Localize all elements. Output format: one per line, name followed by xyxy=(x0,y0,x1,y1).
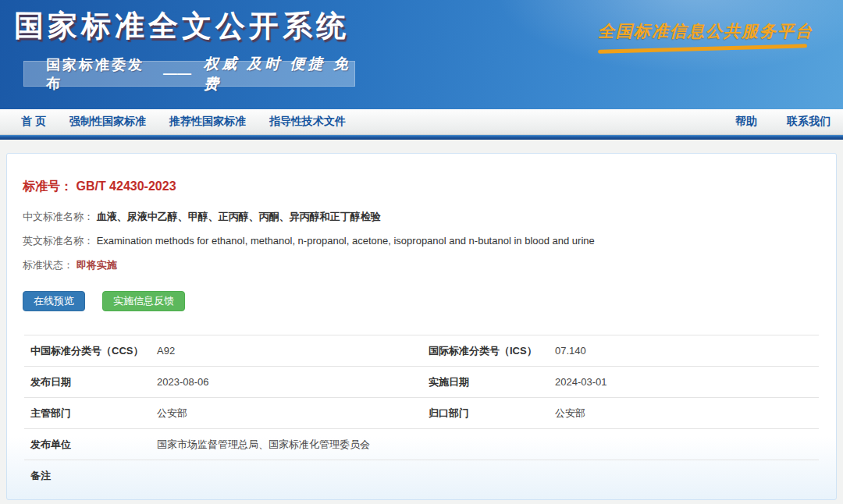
standard-number-value: GB/T 42430-2023 xyxy=(76,179,176,193)
remarks-label: 备注 xyxy=(24,469,157,483)
ics-value: 07.140 xyxy=(555,345,819,357)
platform-underline-stroke xyxy=(598,44,807,53)
site-title: 国家标准全文公开系统 xyxy=(14,6,350,46)
online-preview-button[interactable]: 在线预览 xyxy=(23,291,85,311)
publisher-label: 发布单位 xyxy=(24,438,157,452)
standard-number-label: 标准号： xyxy=(23,179,73,193)
platform-logo[interactable]: 全国标准信息公共服务平台 xyxy=(598,20,813,51)
site-header: 国家标准全文公开系统 国家标准委发布 —— 权威 及时 便捷 免费 全国标准信息… xyxy=(0,0,843,109)
cn-name-value: 血液、尿液中乙醇、甲醇、正丙醇、丙酮、异丙醇和正丁醇检验 xyxy=(97,211,381,222)
implement-date-value: 2024-03-01 xyxy=(555,376,819,388)
table-row-remarks: 备注 xyxy=(24,460,819,491)
platform-name: 全国标准信息公共服务平台 xyxy=(598,20,813,42)
en-name-label: 英文标准名称： xyxy=(23,235,94,247)
implementation-feedback-button[interactable]: 实施信息反馈 xyxy=(102,291,185,311)
status-line: 标准状态： 即将实施 xyxy=(23,259,836,271)
page-body: 标准号： GB/T 42430-2023 中文标准名称： 血液、尿液中乙醇、甲醇… xyxy=(0,140,843,500)
subtitle-publisher: 国家标准委发布 xyxy=(46,55,151,93)
nav-item-recommended-standards[interactable]: 推荐性国家标准 xyxy=(169,115,246,129)
centralized-dept-label: 归口部门 xyxy=(422,406,555,421)
subtitle-dash: —— xyxy=(163,66,191,82)
standard-number-line: 标准号： GB/T 42430-2023 xyxy=(23,179,836,195)
implement-date-label: 实施日期 xyxy=(422,375,555,389)
table-row-classification: 中国标准分类号（CCS） A92 国际标准分类号（ICS） 07.140 xyxy=(24,335,819,366)
publisher-value: 国家市场监督管理总局、国家标准化管理委员会 xyxy=(157,438,819,452)
ccs-label: 中国标准分类号（CCS） xyxy=(24,344,157,358)
table-row-publisher: 发布单位 国家市场监督管理总局、国家标准化管理委员会 xyxy=(24,428,819,460)
detail-table: 中国标准分类号（CCS） A92 国际标准分类号（ICS） 07.140 发布日… xyxy=(24,335,819,491)
table-row-departments: 主管部门 公安部 归口部门 公安部 xyxy=(24,397,819,428)
nav-item-contact-us[interactable]: 联系我们 xyxy=(787,115,831,129)
status-label: 标准状态： xyxy=(23,259,73,271)
nav-right-group: 帮助 联系我们 xyxy=(735,115,831,129)
table-row-dates: 发布日期 2023-08-06 实施日期 2024-03-01 xyxy=(24,366,819,397)
en-name-line: 英文标准名称： Examination methods for ethanol,… xyxy=(23,235,836,247)
en-name-value: Examination methods for ethanol, methano… xyxy=(97,235,595,247)
action-button-row: 在线预览 实施信息反馈 xyxy=(23,291,836,311)
status-badge: 即将实施 xyxy=(76,259,117,271)
competent-dept-label: 主管部门 xyxy=(24,406,157,421)
nav-item-help[interactable]: 帮助 xyxy=(735,115,757,129)
nav-item-guiding-documents[interactable]: 指导性技术文件 xyxy=(269,115,346,129)
ics-label: 国际标准分类号（ICS） xyxy=(422,344,555,358)
standard-detail-panel: 标准号： GB/T 42430-2023 中文标准名称： 血液、尿液中乙醇、甲醇… xyxy=(6,153,837,500)
publish-date-label: 发布日期 xyxy=(24,375,157,389)
competent-dept-value: 公安部 xyxy=(157,406,422,421)
nav-left-group: 首 页 强制性国家标准 推荐性国家标准 指导性技术文件 xyxy=(21,115,346,129)
cn-name-line: 中文标准名称： 血液、尿液中乙醇、甲醇、正丙醇、丙酮、异丙醇和正丁醇检验 xyxy=(23,211,836,222)
standard-meta: 中文标准名称： 血液、尿液中乙醇、甲醇、正丙醇、丙酮、异丙醇和正丁醇检验 英文标… xyxy=(23,211,836,271)
nav-item-mandatory-standards[interactable]: 强制性国家标准 xyxy=(69,115,146,129)
centralized-dept-value: 公安部 xyxy=(555,406,819,421)
subtitle-slogan: 权威 及时 便捷 免费 xyxy=(204,54,354,94)
publish-date-value: 2023-08-06 xyxy=(157,376,422,388)
nav-item-home[interactable]: 首 页 xyxy=(21,115,46,129)
main-nav: 首 页 强制性国家标准 推荐性国家标准 指导性技术文件 帮助 联系我们 xyxy=(0,109,843,135)
cn-name-label: 中文标准名称： xyxy=(23,211,94,222)
ccs-value: A92 xyxy=(157,345,422,357)
subtitle-bar: 国家标准委发布 —— 权威 及时 便捷 免费 xyxy=(23,61,355,87)
